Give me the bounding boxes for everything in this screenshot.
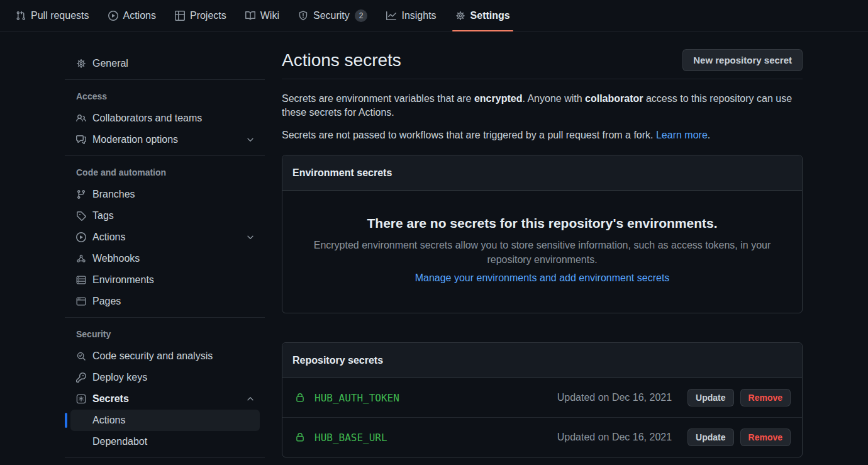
manage-environments-link[interactable]: Manage your environments and add environ…: [415, 272, 670, 284]
sidebar-item-pages[interactable]: Pages: [70, 291, 260, 312]
sidebar-item-label: Branches: [92, 189, 135, 200]
secret-row: HUB_BASE_URL Updated on Dec 16, 2021 Upd…: [282, 417, 802, 457]
sidebar-item-label: Tags: [92, 210, 114, 221]
graph-icon: [386, 11, 396, 21]
people-icon: [76, 113, 86, 123]
sidebar-section-access: Access: [65, 85, 265, 108]
tab-label: Settings: [470, 10, 510, 21]
blankslate-title: There are no secrets for this repository…: [308, 216, 777, 231]
intro-text-part: . Anyone with: [522, 93, 585, 104]
blankslate-description: Encrypted environment secrets allow you …: [308, 238, 777, 267]
intro-paragraph-1: Secrets are environment variables that a…: [282, 92, 803, 120]
repository-secrets-box: Repository secrets HUB_AUTH_TOKEN Update…: [282, 342, 803, 457]
sidebar-item-collaborators[interactable]: Collaborators and teams: [70, 108, 260, 129]
security-counter-badge: 2: [355, 9, 368, 22]
settings-sidebar: General Access Collaborators and teams M…: [65, 53, 265, 463]
remove-secret-button[interactable]: Remove: [740, 389, 791, 406]
update-secret-button[interactable]: Update: [687, 389, 733, 406]
new-repository-secret-button[interactable]: New repository secret: [682, 49, 803, 71]
comment-discussion-icon: [76, 135, 86, 145]
sidebar-item-environments[interactable]: Environments: [70, 269, 260, 291]
intro-emphasis-collaborator: collaborator: [585, 93, 643, 104]
codescan-icon: [76, 351, 86, 361]
sidebar-item-label: Collaborators and teams: [92, 113, 202, 124]
sidebar-section-code-automation: Code and automation: [65, 161, 265, 184]
sidebar-item-moderation-options[interactable]: Moderation options: [70, 129, 260, 150]
intro-paragraph-2: Secrets are not passed to workflows that…: [282, 128, 803, 142]
chevron-down-icon: [246, 135, 255, 144]
update-secret-button[interactable]: Update: [687, 429, 733, 446]
sidebar-section-security: Security: [65, 323, 265, 345]
sidebar-item-label: Dependabot: [92, 436, 147, 447]
tab-security[interactable]: Security 2: [289, 0, 377, 31]
git-branch-icon: [76, 189, 86, 199]
repository-secrets-header: Repository secrets: [282, 343, 802, 378]
sidebar-item-deploy-keys[interactable]: Deploy keys: [70, 367, 260, 388]
play-icon: [108, 11, 118, 21]
book-icon: [245, 11, 255, 21]
tab-projects[interactable]: Projects: [165, 0, 236, 31]
sidebar-subitem-secrets-dependabot[interactable]: Dependabot: [70, 431, 260, 452]
sidebar-item-label: Actions: [92, 415, 125, 426]
intro-text: Secrets are environment variables that a…: [282, 92, 803, 142]
sidebar-item-label: Actions: [92, 232, 125, 243]
learn-more-link[interactable]: Learn more: [656, 130, 708, 140]
environment-secrets-blankslate: There are no secrets for this repository…: [282, 191, 802, 313]
repo-tab-nav: Pull requests Actions Projects Wiki Secu…: [0, 0, 868, 31]
secret-updated-date: Updated on Dec 16, 2021: [557, 392, 672, 403]
webhook-icon: [76, 254, 86, 264]
intro-text-part: .: [708, 130, 710, 140]
tab-label: Actions: [123, 10, 156, 21]
page-title: Actions secrets: [282, 50, 401, 70]
sidebar-item-label: Pages: [92, 296, 121, 307]
sidebar-item-label: Deploy keys: [92, 372, 147, 383]
tab-label: Projects: [190, 10, 226, 21]
tab-label: Insights: [401, 10, 436, 21]
main-header: Actions secrets New repository secret: [282, 49, 803, 79]
sidebar-divider: [65, 79, 265, 80]
server-icon: [76, 275, 86, 285]
table-icon: [175, 11, 185, 21]
play-icon: [76, 232, 86, 242]
intro-text-part: Secrets are environment variables that a…: [282, 93, 474, 104]
tab-settings[interactable]: Settings: [446, 0, 520, 31]
tag-icon: [76, 211, 86, 221]
sidebar-item-label: Webhooks: [92, 253, 140, 264]
git-pull-request-icon: [16, 11, 26, 21]
secret-row: HUB_AUTH_TOKEN Updated on Dec 16, 2021 U…: [282, 378, 802, 417]
tab-label: Security: [313, 10, 350, 21]
settings-layout: General Access Collaborators and teams M…: [0, 31, 868, 463]
shield-icon: [298, 11, 308, 21]
actions-secrets-main: Actions secrets New repository secret Se…: [282, 49, 803, 457]
key-asterisk-icon: [76, 394, 86, 404]
chevron-up-icon: [246, 395, 255, 403]
lock-icon: [295, 393, 305, 403]
gear-icon: [76, 59, 86, 69]
tab-actions[interactable]: Actions: [99, 0, 165, 31]
sidebar-item-general[interactable]: General: [70, 53, 260, 74]
sidebar-subitem-secrets-actions[interactable]: Actions: [70, 410, 260, 431]
tab-insights[interactable]: Insights: [377, 0, 445, 31]
sidebar-item-label: General: [92, 58, 128, 69]
sidebar-item-tags[interactable]: Tags: [70, 205, 260, 227]
sidebar-item-label: Environments: [92, 274, 154, 286]
sidebar-item-label: Moderation options: [92, 134, 178, 145]
sidebar-item-branches[interactable]: Branches: [70, 184, 260, 205]
sidebar-divider: [65, 317, 265, 318]
environment-secrets-header: Environment secrets: [282, 155, 802, 191]
remove-secret-button[interactable]: Remove: [740, 429, 791, 446]
tab-wiki[interactable]: Wiki: [236, 0, 289, 31]
browser-icon: [76, 296, 86, 306]
sidebar-item-label: Secrets: [92, 393, 129, 405]
tab-label: Wiki: [260, 10, 279, 21]
lock-icon: [295, 432, 305, 442]
sidebar-divider: [65, 155, 265, 156]
sidebar-item-actions[interactable]: Actions: [70, 227, 260, 248]
sidebar-item-webhooks[interactable]: Webhooks: [70, 248, 260, 269]
tab-pull-requests[interactable]: Pull requests: [6, 0, 99, 31]
sidebar-item-code-security[interactable]: Code security and analysis: [70, 345, 260, 367]
sidebar-divider: [65, 457, 265, 458]
intro-emphasis-encrypted: encrypted: [474, 93, 522, 104]
intro-text-part: Secrets are not passed to workflows that…: [282, 130, 656, 140]
sidebar-item-secrets[interactable]: Secrets: [70, 388, 260, 410]
